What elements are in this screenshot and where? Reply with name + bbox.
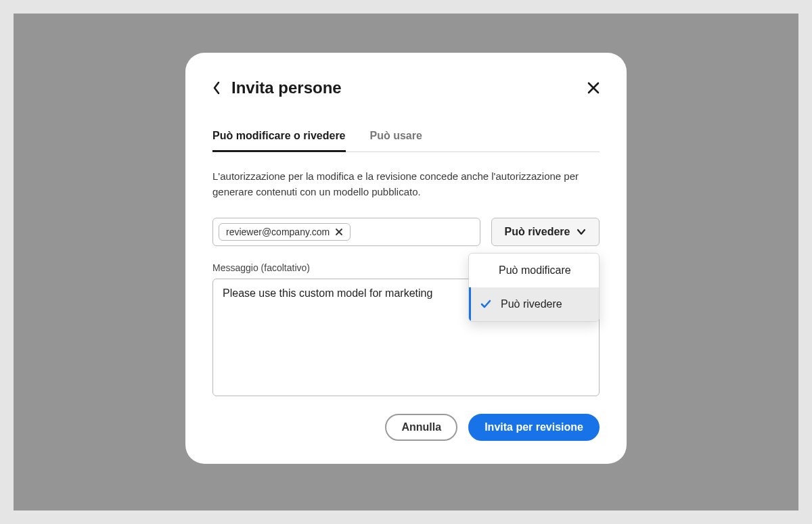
check-icon bbox=[480, 298, 492, 310]
permission-option-review[interactable]: Può rivedere bbox=[469, 287, 599, 321]
chevron-down-icon bbox=[577, 229, 586, 235]
close-button[interactable] bbox=[587, 82, 600, 94]
dialog-header-left: Invita persone bbox=[212, 78, 342, 97]
invite-dialog: Invita persone Può modificare o rivedere… bbox=[185, 53, 627, 464]
permission-dropdown-menu: Può modificare Può rivedere bbox=[468, 253, 600, 322]
email-input[interactable]: reviewer@company.com bbox=[212, 218, 480, 246]
permission-option-label: Può modificare bbox=[499, 264, 571, 277]
dialog-footer: Annulla Invita per revisione bbox=[212, 414, 600, 441]
back-button[interactable] bbox=[212, 81, 221, 95]
dialog-header: Invita persone bbox=[212, 78, 600, 97]
permission-option-edit[interactable]: Può modificare bbox=[469, 254, 599, 287]
tab-use[interactable]: Può usare bbox=[370, 130, 422, 151]
permission-dropdown-button[interactable]: Può rivedere bbox=[491, 218, 600, 246]
cancel-button[interactable]: Annulla bbox=[385, 414, 457, 441]
close-icon bbox=[587, 82, 600, 94]
remove-chip-button[interactable] bbox=[335, 228, 343, 236]
email-chip-text: reviewer@company.com bbox=[226, 227, 330, 237]
dialog-title: Invita persone bbox=[231, 78, 342, 97]
permission-option-label: Può rivedere bbox=[501, 298, 562, 310]
tab-edit-review[interactable]: Può modificare o rivedere bbox=[212, 130, 346, 151]
permission-dropdown-label: Può rivedere bbox=[505, 226, 570, 238]
invite-row: reviewer@company.com Può rivedere Può mo… bbox=[212, 218, 600, 246]
email-chip: reviewer@company.com bbox=[219, 223, 351, 241]
submit-button[interactable]: Invita per revisione bbox=[468, 414, 600, 441]
chevron-left-icon bbox=[212, 81, 221, 95]
permission-tabs: Può modificare o rivedere Può usare bbox=[212, 130, 600, 152]
close-icon bbox=[335, 228, 343, 236]
helper-text: L'autorizzazione per la modifica e la re… bbox=[212, 168, 600, 200]
